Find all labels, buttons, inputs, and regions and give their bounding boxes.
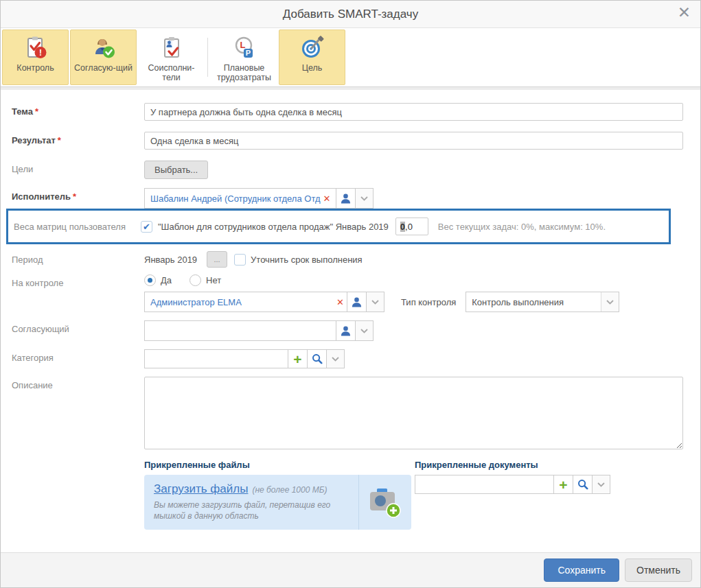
- category-combo-input[interactable]: [144, 349, 288, 368]
- executor-dropdown-button[interactable]: [356, 188, 374, 209]
- attached-files-label: Прикрепленные файлы: [144, 460, 411, 470]
- task-form: Тема* Результат* Цели Выбрать...: [1, 90, 700, 552]
- goal-target-icon: [300, 35, 325, 60]
- row-executor: Исполнитель* Шабалин Андрей (Сотрудник о…: [12, 188, 683, 209]
- row-approver: Согласующий: [12, 320, 683, 341]
- remove-executor-icon[interactable]: ✕: [323, 193, 331, 204]
- subject-label: Тема: [12, 106, 33, 117]
- required-asterisk: *: [35, 106, 38, 117]
- search-icon: [312, 353, 323, 364]
- approver-combo-input[interactable]: [144, 320, 336, 341]
- controller-combo-input[interactable]: Администратор ELMA ✕: [144, 292, 347, 312]
- cancel-button[interactable]: Отменить: [625, 558, 692, 582]
- controller-combo: Администратор ELMA ✕: [144, 292, 384, 312]
- upload-size-limit: (не более 1000 МБ): [252, 485, 327, 495]
- weights-label: Веса матриц пользователя: [14, 222, 141, 232]
- controller-dropdown-button[interactable]: [367, 292, 384, 312]
- remove-controller-icon[interactable]: ✕: [336, 297, 344, 307]
- row-result: Результат*: [12, 132, 683, 150]
- add-document-button[interactable]: +: [554, 475, 573, 494]
- row-period: Период Январь 2019 ... Уточнить срок вып…: [12, 251, 683, 268]
- tab-planned-labor[interactable]: L P Плановые трудозатраты: [211, 30, 277, 85]
- result-label: Результат: [12, 135, 56, 145]
- required-asterisk: *: [73, 191, 76, 202]
- chevron-down-icon: [360, 196, 368, 201]
- approver-dropdown-button[interactable]: [356, 320, 374, 341]
- tab-control-label: Контроль: [4, 63, 67, 73]
- chevron-down-icon: [597, 482, 605, 487]
- tab-coexecutors-label: Соисполни-тели: [140, 63, 203, 83]
- add-category-button[interactable]: +: [288, 349, 308, 368]
- executor-combo: Шабалин Андрей (Сотрудник отдела Отд ✕: [144, 188, 683, 209]
- tab-control[interactable]: ! Контроль: [2, 30, 69, 85]
- webcam-capture-button[interactable]: [358, 475, 411, 530]
- choose-goals-button[interactable]: Выбрать...: [144, 161, 208, 179]
- row-attachments: Прикрепленные файлы Загрузить файлы(не б…: [12, 460, 683, 530]
- search-document-button[interactable]: [573, 475, 593, 494]
- select-controller-button[interactable]: [347, 292, 367, 312]
- required-asterisk: *: [58, 135, 61, 145]
- control-type-label: Тип контроля: [401, 297, 456, 307]
- row-goals: Цели Выбрать...: [12, 161, 683, 179]
- file-dropzone[interactable]: Загрузить файлы(не более 1000 МБ) Вы мож…: [144, 475, 411, 530]
- select-user-button[interactable]: [336, 188, 356, 209]
- select-approver-button[interactable]: [336, 320, 356, 341]
- on-control-no-radio[interactable]: [189, 274, 201, 286]
- approver-combo: [144, 320, 683, 341]
- chevron-down-icon: [360, 329, 368, 333]
- documents-combo-input[interactable]: [415, 475, 554, 494]
- chevron-down-icon: [371, 300, 379, 305]
- add-smart-task-dialog: Добавить SMART-задачу ✕ ! Контроль: [0, 0, 701, 588]
- category-dropdown-button[interactable]: [327, 349, 345, 368]
- user-matrix-weights-row: Веса матриц пользователя ✔ "Шаблон для с…: [6, 209, 671, 244]
- on-control-yes-label: Да: [161, 275, 172, 285]
- tab-coexecutors[interactable]: Соисполни-тели: [138, 30, 205, 85]
- approver-person-icon: [91, 35, 116, 60]
- dialog-titlebar: Добавить SMART-задачу ✕: [1, 1, 700, 28]
- save-button[interactable]: Сохранить: [544, 558, 619, 582]
- executor-chip: Шабалин Андрей (Сотрудник отдела Отд: [150, 193, 321, 204]
- control-clipboard-icon: !: [23, 35, 48, 60]
- coexecutors-clipboard-icon: [159, 35, 184, 60]
- tab-goal[interactable]: Цель: [279, 30, 345, 85]
- tab-approver[interactable]: Согласую-щий: [70, 30, 137, 85]
- category-combo: +: [144, 349, 683, 368]
- control-type-value: Контроль выполнения: [466, 292, 601, 311]
- close-icon[interactable]: ✕: [678, 5, 691, 21]
- planned-labor-clock-icon: L P: [232, 35, 257, 60]
- svg-text:L: L: [240, 40, 245, 50]
- controller-chip: Администратор ELMA: [150, 297, 334, 307]
- on-control-yes-radio[interactable]: [144, 274, 156, 286]
- tab-planned-labor-label: Плановые трудозатраты: [213, 63, 276, 83]
- chevron-down-icon: [601, 292, 619, 311]
- period-picker-button[interactable]: ...: [207, 251, 227, 268]
- upload-files-link[interactable]: Загрузить файлы: [154, 482, 248, 495]
- search-category-button[interactable]: [308, 349, 327, 368]
- documents-dropdown-button[interactable]: [593, 475, 610, 494]
- dialog-toolbar: ! Контроль Согласую-щий: [1, 28, 700, 87]
- subject-input[interactable]: [144, 103, 683, 121]
- period-label: Период: [12, 255, 43, 265]
- period-value: Январь 2019: [144, 255, 197, 265]
- dialog-title: Добавить SMART-задачу: [283, 8, 418, 21]
- executor-label: Исполнитель: [12, 191, 71, 202]
- checkmark-icon: ✔: [143, 222, 150, 231]
- weights-checkbox[interactable]: ✔: [141, 221, 152, 233]
- executor-combo-input[interactable]: Шабалин Андрей (Сотрудник отдела Отд ✕: [144, 188, 336, 209]
- chevron-down-icon: [332, 357, 339, 362]
- row-description: Описание: [12, 377, 683, 451]
- weight-value-input[interactable]: 0,0: [395, 217, 428, 235]
- svg-text:!: !: [39, 48, 42, 58]
- control-type-select[interactable]: Контроль выполнения: [466, 292, 619, 312]
- attached-documents-label: Прикрепленные документы: [415, 460, 610, 470]
- result-input[interactable]: [144, 132, 683, 150]
- radio-dot: [148, 278, 152, 283]
- upload-hint-text: Вы можете загрузить файл, перетащив его …: [154, 500, 354, 521]
- description-textarea[interactable]: [144, 377, 683, 449]
- toolbar-separator: [207, 38, 208, 77]
- on-control-no-label: Нет: [206, 275, 221, 285]
- row-subject: Тема*: [12, 103, 683, 121]
- on-control-label: На контроле: [12, 278, 63, 288]
- clarify-deadline-checkbox[interactable]: [234, 254, 246, 266]
- goals-label: Цели: [12, 164, 33, 174]
